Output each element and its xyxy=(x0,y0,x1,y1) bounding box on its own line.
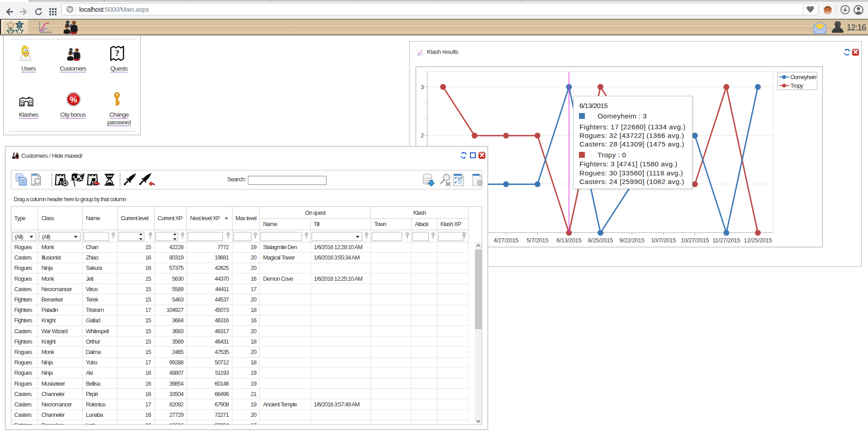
svg-text:12/25/2015: 12/25/2015 xyxy=(744,237,772,244)
svg-text:4/27/2015: 4/27/2015 xyxy=(493,237,518,244)
svg-text:Oomeyheim: Oomeyheim xyxy=(791,74,817,80)
svg-text:?: ? xyxy=(115,48,119,58)
svg-text:11/27/2015: 11/27/2015 xyxy=(712,237,740,244)
svg-text:6/13/2015: 6/13/2015 xyxy=(556,237,581,244)
svg-text:10/7/2015: 10/7/2015 xyxy=(651,237,676,244)
svg-text:Tropy: Tropy xyxy=(791,83,804,89)
svg-text:5/7/2015: 5/7/2015 xyxy=(526,237,548,244)
svg-text:3: 3 xyxy=(421,83,424,90)
svg-text:8/25/2015: 8/25/2015 xyxy=(588,237,612,244)
svg-text:%: % xyxy=(70,95,77,104)
svg-text:2: 2 xyxy=(421,132,424,139)
svg-text:9/22/2015: 9/22/2015 xyxy=(619,237,644,244)
svg-text:10/27/2015: 10/27/2015 xyxy=(681,237,709,244)
